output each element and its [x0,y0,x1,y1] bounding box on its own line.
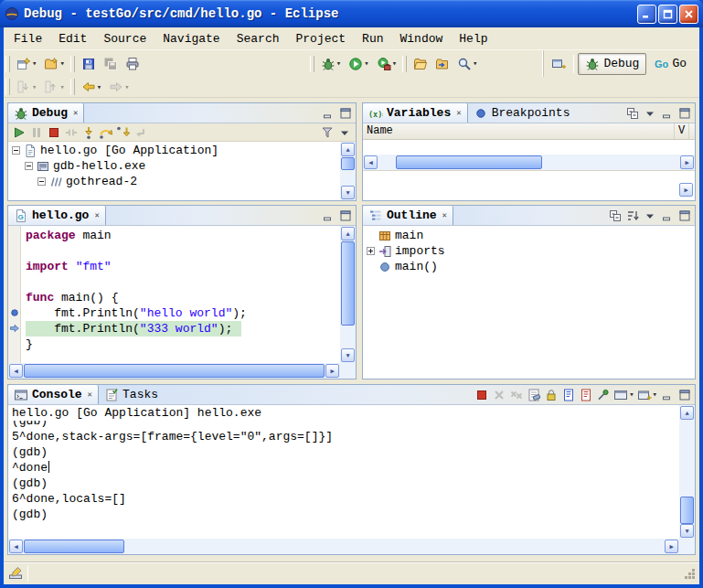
code-line[interactable]: package main [26,228,340,243]
forward-button[interactable]: ▾ [105,76,133,98]
drop-to-frame-button[interactable] [133,124,149,141]
scroll-right-button[interactable] [680,155,694,169]
dropdown-arrow-icon[interactable]: ▾ [97,82,101,92]
scroll-left-button[interactable] [9,540,23,553]
outline-tree-item[interactable]: main() [367,259,695,274]
dropdown-arrow-icon[interactable]: ▾ [653,390,657,400]
tree-expander-icon[interactable] [12,146,20,155]
collapse-all-button[interactable] [624,105,641,122]
menu-help[interactable]: Help [451,30,495,48]
menu-run[interactable]: Run [354,30,391,48]
console-vertical-scrollbar[interactable] [679,405,695,539]
scroll-up-button[interactable] [341,143,355,156]
sort-button[interactable] [624,208,641,224]
open-console-button[interactable]: ▾ [636,387,658,403]
outline-tree-item[interactable]: imports [367,243,695,259]
code-line[interactable]: func main() { [26,290,340,305]
scroll-up-button[interactable] [341,227,355,241]
maximize-button[interactable] [676,387,693,403]
column-header-v[interactable]: V [675,123,689,139]
step-into-button[interactable] [80,124,97,141]
title-bar[interactable]: Debug - testGo/src/cmd/hello.go - Eclips… [0,0,703,27]
maximize-window-button[interactable] [658,5,677,24]
annotation-prev-button[interactable]: ▾ [40,76,68,98]
scroll-right-button[interactable] [325,364,339,378]
maximize-button[interactable] [676,208,693,224]
view-menu-button[interactable] [642,105,658,122]
scroll-right-button[interactable] [665,540,678,553]
scroll-up-button[interactable] [680,406,694,420]
menu-window[interactable]: Window [392,30,452,48]
column-header-name[interactable]: Name [363,123,675,139]
remove-launch-button[interactable] [491,387,507,403]
perspective-debug-button[interactable]: Debug [578,53,646,75]
scroll-right-button[interactable]: ▶ [679,183,693,197]
menu-edit[interactable]: Edit [50,30,95,48]
show-stdout-button[interactable] [560,387,577,403]
pin-console-button[interactable] [595,387,612,403]
scrollbar-thumb[interactable] [396,155,542,169]
terminate-button[interactable] [46,124,62,141]
variables-detail-pane[interactable]: ▶ [363,170,695,200]
remove-all-launches-button[interactable] [508,387,525,403]
perspective-go-button[interactable]: GoGo [646,53,694,75]
suspend-button[interactable] [28,124,45,141]
scroll-left-button[interactable] [364,155,378,169]
dropdown-arrow-icon[interactable]: ▾ [364,59,368,69]
use-step-filters-button[interactable] [319,124,336,141]
search-button[interactable]: ▾ [453,53,481,75]
scroll-down-button[interactable] [341,348,355,362]
menu-project[interactable]: Project [287,30,354,48]
console-line[interactable]: 6^done,locals=[] [12,491,679,507]
minimize-button[interactable] [659,387,676,403]
debug-button[interactable]: ▾ [317,53,345,75]
tab-breakpoints[interactable]: Breakpoints [468,103,576,123]
code-line[interactable]: fmt.Println("333 world"); [26,321,340,337]
new-folder-button[interactable]: ▾ [40,53,68,75]
dropdown-arrow-icon[interactable]: ▾ [59,59,64,69]
step-return-button[interactable] [115,124,132,141]
maximize-button[interactable] [337,208,354,224]
link-folder-button[interactable] [431,53,453,75]
menu-file[interactable]: File [5,30,50,48]
terminate-button[interactable] [474,387,490,403]
toolbar-grip[interactable] [310,56,314,72]
resize-grip-icon[interactable] [684,568,695,579]
menu-source[interactable]: Source [95,30,154,48]
code-line[interactable]: fmt.Println("hello world"); [26,305,340,321]
debug-tree-item[interactable]: gothread-2 [8,174,340,189]
editor-vertical-scrollbar[interactable] [340,226,356,363]
debug-tree-scrollbar[interactable] [340,142,356,200]
scroll-down-button[interactable] [341,186,355,199]
dropdown-arrow-icon[interactable]: ▾ [124,82,129,92]
scroll-down-button[interactable] [680,524,694,538]
fast-view-button[interactable] [7,565,24,582]
fast-view-bar[interactable] [7,565,24,582]
tree-expander-icon[interactable] [25,162,33,170]
close-tab-icon[interactable]: ✕ [442,210,447,220]
toolbar-grip[interactable] [402,56,407,72]
code-line[interactable]: import "fmt" [26,259,340,274]
toolbar-grip[interactable] [5,56,10,72]
open-folder-button[interactable] [410,53,431,75]
scroll-lock-button[interactable] [543,387,559,403]
dropdown-arrow-icon[interactable]: ▾ [59,82,64,92]
variables-table[interactable] [363,140,695,155]
maximize-button[interactable] [676,105,693,122]
debug-tree-item[interactable]: gdb-hello.exe [8,158,340,174]
console-line[interactable]: 5^done,stack-args=[frame={level="0",args… [12,429,679,444]
variables-horizontal-scrollbar[interactable] [363,155,695,170]
console-line[interactable]: (gdb) [12,507,679,522]
clear-console-button[interactable] [526,387,542,403]
console-horizontal-scrollbar[interactable] [8,539,679,554]
dropdown-arrow-icon[interactable]: ▾ [32,59,37,69]
close-tab-icon[interactable]: ✕ [94,210,99,220]
toolbar-grip[interactable] [5,79,10,95]
breakpoint-icon[interactable] [9,307,20,318]
editor-marker-gutter[interactable] [8,226,21,363]
tab-tasks[interactable]: Tasks [99,385,164,404]
tab-console[interactable]: Console✕ [8,385,99,404]
scrollbar-thumb[interactable] [341,241,355,326]
console-line[interactable]: ^done [12,460,679,476]
tree-expander-icon[interactable] [367,247,375,255]
